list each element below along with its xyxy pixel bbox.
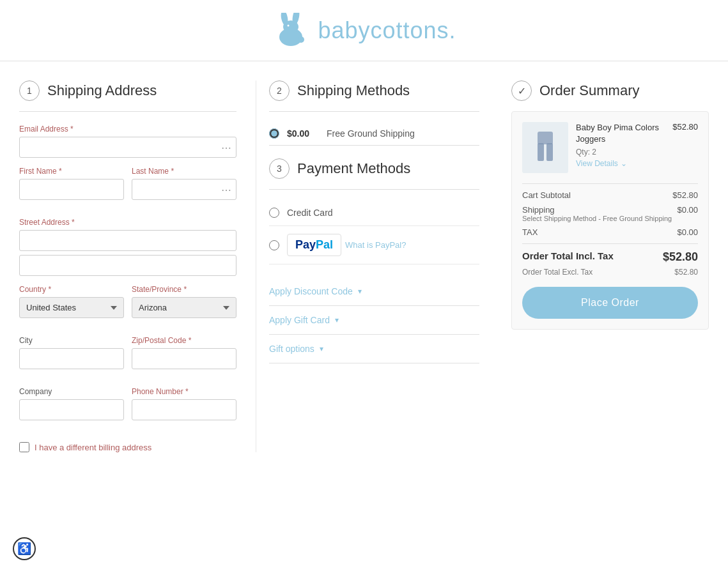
shipping-address-title: Shipping Address: [47, 82, 157, 99]
email-label: Email Address *: [19, 125, 236, 134]
order-excl-line: Order Total Excl. Tax $52.80: [522, 268, 698, 277]
street-input-2[interactable]: [19, 255, 236, 276]
email-input-wrapper: ⋯: [19, 137, 236, 158]
first-name-label: First Name *: [19, 167, 124, 176]
country-label: Country *: [19, 285, 124, 294]
chevron-down-icon: ⌄: [621, 159, 627, 168]
zip-input[interactable]: [132, 348, 236, 369]
main-container: 1 Shipping Address Email Address * ⋯ Fir…: [0, 61, 728, 471]
email-icon: ⋯: [221, 141, 231, 153]
gift-card-header[interactable]: Apply Gift Card ▾: [269, 315, 479, 325]
phone-input[interactable]: [132, 399, 236, 420]
gift-options-header[interactable]: Gift options ▾: [269, 344, 479, 354]
first-name-input[interactable]: [19, 179, 124, 200]
last-name-label: Last Name *: [132, 167, 236, 176]
product-top-row: Baby Boy Pima Colors Joggers $52.80: [576, 122, 698, 148]
country-group: Country * United States Canada Mexico: [19, 285, 124, 318]
discount-label: Apply Discount Code: [269, 286, 353, 296]
shipping-methods-title: Shipping Methods: [297, 82, 410, 99]
product-price: $52.80: [672, 122, 698, 148]
state-group: State/Province * Alabama Alaska Arizona …: [132, 285, 236, 318]
shipping-name: Free Ground Shipping: [327, 128, 415, 139]
last-name-icon: ⋯: [221, 183, 231, 195]
shipping-methods-header: 2 Shipping Methods: [269, 80, 479, 101]
order-summary-header: ✓ Order Summary: [511, 80, 709, 101]
summary-divider-1: [522, 183, 698, 184]
state-select[interactable]: Alabama Alaska Arizona Arkansas Californ…: [132, 297, 236, 318]
product-image: [522, 122, 568, 173]
paypal-radio[interactable]: [269, 240, 279, 250]
city-input[interactable]: [19, 348, 124, 369]
zip-label: Zip/Postal Code *: [132, 336, 236, 345]
product-info: Baby Boy Pima Colors Joggers $52.80 Qty:…: [576, 122, 698, 173]
gift-card-accordion[interactable]: Apply Gift Card ▾: [269, 306, 479, 335]
discount-header[interactable]: Apply Discount Code ▾: [269, 286, 479, 296]
shipping-address-divider: [19, 111, 236, 112]
order-summary-column: ✓ Order Summary Baby Boy Pima Colors Jog…: [492, 80, 709, 452]
shipping-label: Shipping: [522, 205, 672, 215]
first-name-group: First Name *: [19, 167, 124, 200]
city-group: City: [19, 336, 124, 369]
gift-options-chevron-icon: ▾: [320, 344, 323, 353]
country-state-row: Country * United States Canada Mexico St…: [19, 285, 236, 327]
last-name-input-wrapper: ⋯: [132, 179, 236, 200]
tax-value: $0.00: [677, 227, 698, 237]
summary-divider-2: [522, 243, 698, 244]
cart-subtotal-label: Cart Subtotal: [522, 190, 571, 200]
zip-group: Zip/Postal Code *: [132, 336, 236, 369]
street-input-1[interactable]: [19, 230, 236, 251]
order-excl-value: $52.80: [674, 268, 698, 277]
name-row: First Name * Last Name * ⋯: [19, 167, 236, 209]
paypal-box: PayPal: [287, 234, 341, 256]
step-2-circle: 2: [269, 80, 290, 101]
country-select[interactable]: United States Canada Mexico: [19, 297, 124, 318]
state-label: State/Province *: [132, 285, 236, 294]
company-label: Company: [19, 387, 124, 396]
street-address-group: Street Address *: [19, 218, 236, 276]
payment-methods-title: Payment Methods: [297, 160, 410, 177]
billing-label: I have a different billing address: [35, 443, 151, 452]
svg-rect-7: [538, 143, 544, 161]
shipping-address-header: 1 Shipping Address: [19, 80, 236, 101]
billing-checkbox[interactable]: [19, 442, 29, 452]
order-summary-title: Order Summary: [539, 82, 639, 99]
email-group: Email Address * ⋯: [19, 125, 236, 158]
cart-subtotal-line: Cart Subtotal $52.80: [522, 190, 698, 200]
cart-subtotal-value: $52.80: [672, 190, 698, 200]
svg-rect-6: [538, 132, 553, 144]
shipping-line: Shipping Select Shipping Method - Free G…: [522, 205, 698, 222]
logo-text: babycottons.: [318, 17, 456, 44]
phone-label: Phone Number *: [132, 387, 236, 396]
shipping-value: $0.00: [677, 205, 698, 222]
step-3-circle: 3: [269, 158, 290, 179]
discount-chevron-icon: ▾: [358, 287, 362, 296]
city-zip-row: City Zip/Postal Code *: [19, 336, 236, 378]
company-group: Company: [19, 387, 124, 420]
gift-options-accordion[interactable]: Gift options ▾: [269, 335, 479, 363]
what-is-paypal-link[interactable]: What is PayPal?: [345, 240, 406, 250]
product-qty: Qty: 2: [576, 148, 698, 157]
credit-card-label: Credit Card: [287, 208, 333, 218]
credit-card-radio[interactable]: [269, 208, 279, 218]
paypal-icon-text: PayPal: [295, 238, 333, 252]
company-input[interactable]: [19, 399, 124, 420]
gift-card-label: Apply Gift Card: [269, 315, 330, 325]
order-excl-label: Order Total Excl. Tax: [522, 268, 592, 277]
street-label: Street Address *: [19, 218, 236, 227]
billing-row: I have a different billing address: [19, 442, 236, 452]
logo-rabbit-icon: [272, 13, 310, 48]
view-details-link[interactable]: View Details ⌄: [576, 159, 698, 168]
paypal-logo: PayPal What is PayPal?: [287, 234, 406, 256]
discount-accordion[interactable]: Apply Discount Code ▾: [269, 277, 479, 306]
svg-point-4: [298, 36, 304, 43]
shipping-divider: [269, 111, 479, 112]
shipping-methods-bottom-divider: [269, 145, 479, 146]
shipping-radio-free[interactable]: [269, 128, 279, 139]
place-order-button[interactable]: Place Order: [522, 287, 698, 319]
email-input[interactable]: [19, 137, 236, 158]
shipping-sub: Select Shipping Method - Free Ground Shi…: [522, 215, 672, 222]
header: babycottons.: [0, 0, 728, 61]
order-summary-box: Baby Boy Pima Colors Joggers $52.80 Qty:…: [511, 111, 709, 330]
product-row: Baby Boy Pima Colors Joggers $52.80 Qty:…: [522, 122, 698, 173]
svg-point-5: [288, 25, 290, 27]
